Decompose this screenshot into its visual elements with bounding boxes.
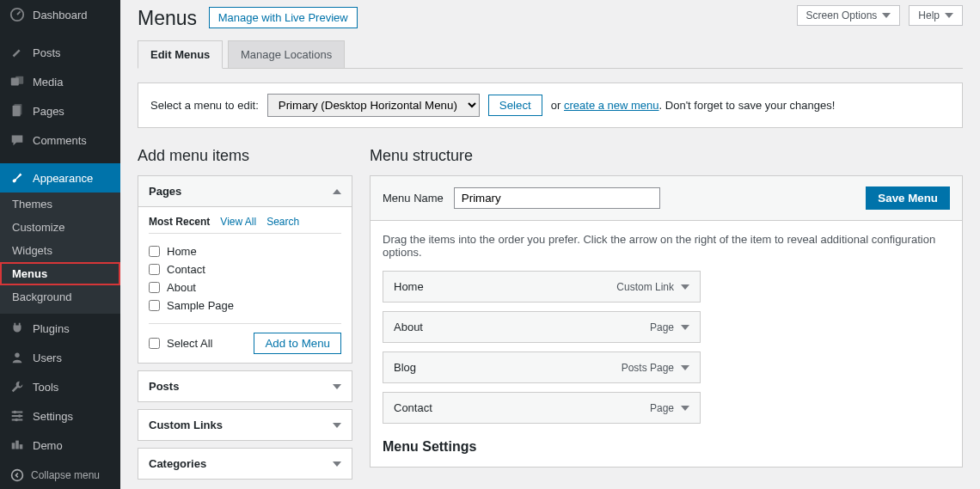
page-label: Sample Page (167, 299, 234, 312)
chevron-up-icon (333, 189, 341, 194)
brush-icon (9, 169, 26, 186)
sidebar-item-plugins[interactable]: Plugins (0, 314, 120, 343)
menu-item-label: Blog (394, 361, 416, 374)
page-label: About (167, 281, 196, 294)
save-menu-button[interactable]: Save Menu (866, 186, 950, 210)
sidebar-item-posts[interactable]: Posts (0, 38, 120, 67)
select-button[interactable]: Select (488, 95, 542, 116)
accordion-title: Custom Links (149, 419, 223, 431)
screen-options-button[interactable]: Screen Options (797, 5, 901, 26)
sidebar-sub-widgets[interactable]: Widgets (0, 239, 120, 262)
sidebar-item-comments[interactable]: Comments (0, 125, 120, 155)
sidebar-item-label: Demo (33, 439, 63, 452)
svg-point-5 (15, 353, 19, 358)
accordion-head-categories[interactable]: Categories (138, 449, 352, 479)
drag-hint: Drag the items into the order you prefer… (383, 233, 950, 259)
select-all-label: Select All (167, 337, 212, 350)
chevron-down-icon (333, 461, 341, 467)
add-menu-items-column: Add menu items Pages Most Recent View Al… (138, 147, 352, 486)
page-checkbox-row: Home (149, 242, 341, 260)
menu-item[interactable]: Blog Posts Page (383, 351, 701, 383)
menu-item-label: About (394, 321, 423, 333)
page-checkbox-row: Contact (149, 260, 341, 278)
page-checkbox-home[interactable] (149, 246, 160, 257)
menu-item-label: Home (394, 280, 424, 293)
chevron-down-icon (681, 325, 689, 330)
sidebar-sub-background[interactable]: Background (0, 285, 120, 309)
collapse-menu[interactable]: Collapse menu (0, 460, 120, 489)
sidebar-item-pages[interactable]: Pages (0, 96, 120, 125)
page-checkbox-row: About (149, 278, 341, 296)
media-icon (9, 73, 26, 90)
sidebar-item-media[interactable]: Media (0, 67, 120, 96)
demo-icon (9, 437, 26, 454)
page-checkbox-sample[interactable] (149, 300, 160, 311)
live-preview-button[interactable]: Manage with Live Preview (209, 7, 358, 28)
sidebar-sub-themes[interactable]: Themes (0, 193, 120, 216)
accordion-head-posts[interactable]: Posts (138, 371, 352, 401)
svg-rect-11 (20, 444, 23, 449)
sidebar-item-label: Posts (33, 46, 61, 59)
help-button[interactable]: Help (909, 5, 963, 26)
accordion-head-pages[interactable]: Pages (138, 176, 352, 207)
svg-point-6 (14, 411, 17, 414)
create-menu-link[interactable]: create a new menu (564, 99, 659, 112)
sidebar-item-label: Users (33, 351, 62, 364)
page-title: Menus (138, 7, 197, 30)
pin-icon (9, 44, 26, 61)
menu-name-input[interactable] (454, 187, 660, 209)
svg-point-7 (18, 414, 21, 418)
sidebar-sub-menus[interactable]: Menus (0, 262, 120, 285)
svg-point-12 (12, 470, 23, 481)
menu-select[interactable]: Primary (Desktop Horizontal Menu) (267, 94, 480, 117)
tab-manage-locations[interactable]: Manage Locations (228, 40, 345, 68)
select-all-row: Select All (149, 334, 212, 352)
help-label: Help (918, 9, 940, 21)
page-label: Home (167, 245, 197, 258)
menu-item[interactable]: Home Custom Link (383, 271, 701, 303)
sidebar-item-label: Comments (33, 134, 87, 147)
accordion-custom-links: Custom Links (138, 409, 352, 441)
chevron-down-icon (681, 406, 689, 411)
add-items-heading: Add menu items (138, 147, 352, 165)
menu-item[interactable]: Contact Page (383, 392, 701, 424)
tab-edit-menus[interactable]: Edit Menus (138, 40, 223, 69)
page-checkbox-about[interactable] (149, 282, 160, 293)
sliders-icon (9, 407, 26, 425)
chevron-down-icon (333, 384, 341, 389)
mini-tab-search[interactable]: Search (266, 216, 299, 228)
select-all-checkbox[interactable] (149, 338, 160, 349)
sidebar-sub-customize[interactable]: Customize (0, 216, 120, 239)
menu-structure-body: Drag the items into the order you prefer… (370, 221, 963, 468)
accordion-categories: Categories (138, 448, 352, 480)
mini-tab-viewall[interactable]: View All (220, 216, 256, 228)
accordion-title: Posts (149, 380, 179, 393)
screen-options-label: Screen Options (806, 9, 878, 21)
sidebar-item-demo[interactable]: Demo (0, 431, 120, 460)
chevron-down-icon (333, 423, 341, 428)
mini-tab-recent[interactable]: Most Recent (149, 216, 210, 228)
accordion-title: Pages (149, 185, 181, 198)
menu-item-type: Page (650, 402, 674, 414)
sidebar-item-tools[interactable]: Tools (0, 372, 120, 401)
svg-rect-9 (12, 443, 15, 449)
sidebar-item-label: Appearance (33, 172, 93, 185)
main-content: Screen Options Help Menus Manage with Li… (120, 0, 980, 489)
sidebar-item-label: Dashboard (33, 9, 88, 21)
select-menu-label: Select a menu to edit: (150, 99, 259, 112)
sidebar-item-dashboard[interactable]: Dashboard (0, 0, 120, 29)
accordion-title: Categories (149, 457, 206, 470)
sidebar-item-appearance[interactable]: Appearance (0, 163, 120, 193)
sidebar-item-users[interactable]: Users (0, 343, 120, 372)
menu-item[interactable]: About Page (383, 311, 701, 343)
sidebar-item-label: Media (33, 76, 63, 89)
menu-item-type: Posts Page (622, 362, 674, 374)
chevron-down-icon (945, 13, 953, 18)
sidebar-item-settings[interactable]: Settings (0, 401, 120, 431)
add-to-menu-button[interactable]: Add to Menu (254, 333, 341, 354)
menu-item-type: Page (650, 321, 674, 333)
page-label: Contact (167, 263, 205, 276)
accordion-head-custom-links[interactable]: Custom Links (138, 410, 352, 440)
menu-header-bar: Menu Name Save Menu (370, 175, 963, 221)
page-checkbox-contact[interactable] (149, 264, 160, 275)
